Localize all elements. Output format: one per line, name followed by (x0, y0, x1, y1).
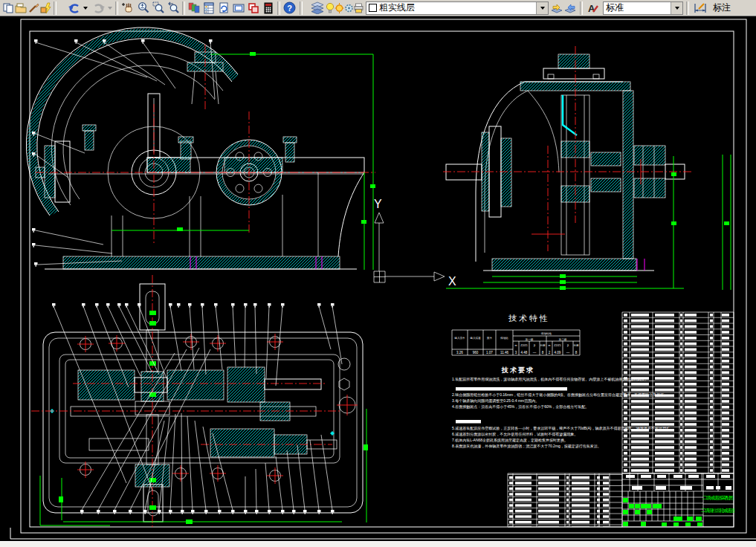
copy-icon[interactable] (1, 1, 14, 16)
dim-toolbar-label: 标注 (713, 1, 731, 14)
layer-on-off-bulb-icon[interactable] (325, 1, 335, 16)
quick-select-icon[interactable] (39, 1, 52, 16)
svg-text:3.26: 3.26 (456, 351, 463, 355)
toolbar-separator (686, 1, 689, 15)
svg-text:8.表面涂灰色油漆，外伸轴及零件涂油防锈；清洁度不大于70.: 8.表面涂灰色油漆，外伸轴及零件涂油防锈；清洁度不大于70.2mg，按规定进行包… (452, 444, 601, 449)
svg-text:4.09: 4.09 (555, 351, 561, 355)
svg-text:第一级: 第一级 (526, 338, 534, 341)
title-block-project: 二级减速器装配图 (702, 495, 734, 501)
ucs-icon: X Y (374, 198, 456, 288)
svg-text:?: ? (287, 4, 292, 13)
redo-icon[interactable] (91, 1, 106, 16)
tech-char-title: 技术特性 (508, 314, 550, 323)
svg-text:效率: 效率 (487, 336, 493, 340)
layout-icon[interactable] (216, 1, 231, 16)
svg-text:11.46: 11.46 (500, 351, 508, 355)
svg-text:Z2/Z1: Z2/Z1 (520, 344, 527, 347)
toolbar-separator (580, 1, 583, 15)
style-dropdown[interactable]: 标准 (603, 1, 683, 15)
svg-text:6.减速器剖分面涂以密封胶，不允许使用任何填料，试验时不得有: 6.减速器剖分面涂以密封胶，不允许使用任何填料，试验时不得有渗漏现象。 (452, 432, 578, 437)
help-icon[interactable]: ? (282, 1, 297, 16)
tech-char-table: 技术特性 输入功率 输入转速 效率 传动比 传动特性 第一级 第二级 m Z2/… (452, 314, 580, 355)
svg-text:A: A (588, 3, 595, 14)
redo-dropdown-icon[interactable] (106, 1, 114, 16)
make-layer-current-icon[interactable] (550, 1, 563, 16)
zoom-window-icon[interactable] (151, 1, 166, 16)
ucs-y-label: Y (374, 198, 382, 210)
open-icon[interactable] (14, 1, 27, 16)
toolbar-separator (182, 1, 185, 15)
leader-lines (54, 306, 342, 510)
front-view (26, 27, 375, 270)
layer-freeze-sun-icon[interactable] (335, 1, 344, 16)
zoom-realtime-icon[interactable] (136, 1, 151, 16)
top-view (31, 275, 368, 528)
svg-text:精度: 精度 (573, 343, 579, 347)
svg-text:β: β (567, 344, 569, 347)
svg-text:β: β (534, 344, 535, 347)
command-line-strip[interactable] (0, 541, 756, 547)
style-dropdown-value: 标准 (606, 1, 624, 14)
title-block: 二级减速器装配图 二级圆柱齿轮减速器 (622, 473, 736, 527)
bom-table (622, 312, 734, 473)
svg-text:1.装配前所有零件用煤油清洗，滚动轴承用汽油清洗，机体内不得: 1.装配前所有零件用煤油清洗，滚动轴承用汽油清洗，机体内不得有任何杂物存留。内壁… (452, 377, 648, 382)
toolbar: ? 粗实线层 A 标准 标注 (0, 0, 756, 16)
svg-text:960: 960 (473, 351, 479, 355)
toolbar-separator (300, 1, 303, 15)
svg-text:—: — (566, 351, 570, 355)
drawing-canvas[interactable]: X Y (0, 17, 756, 541)
svg-text:传动特性: 传动特性 (541, 332, 552, 335)
text-style-icon[interactable]: A (586, 1, 601, 16)
svg-text:7.机体内装L-AN68全损耗系统用油至规定高度，定期检查并: 7.机体内装L-AN68全损耗系统用油至规定高度，定期检查并按时更换。 (452, 438, 568, 443)
svg-text:Z2/Z1: Z2/Z1 (554, 344, 560, 347)
tech-req-title: 技术要求 (501, 366, 534, 374)
viewport-icon[interactable] (231, 1, 246, 16)
svg-text:第二级: 第二级 (559, 338, 567, 341)
drawing-svg[interactable]: X Y (0, 17, 756, 541)
svg-text:输入功率: 输入功率 (454, 336, 465, 340)
layer-lock-gear-icon[interactable] (344, 1, 354, 16)
dim-style-icon[interactable] (692, 1, 710, 16)
toolbar-separator (54, 1, 56, 15)
layer-previous-icon[interactable] (563, 1, 577, 16)
zoom-previous-icon[interactable] (166, 1, 181, 16)
style-dropdown-arrow[interactable] (671, 2, 682, 14)
svg-text:—: — (533, 351, 537, 355)
layer-color-swatch (369, 4, 377, 12)
svg-text:1.07: 1.07 (486, 351, 493, 355)
match-properties-icon[interactable] (27, 1, 39, 16)
layers-icon[interactable] (310, 1, 325, 16)
svg-text:输入转速: 输入转速 (470, 337, 481, 340)
svg-text:4.齿面接触斑点：沿齿高不得小于45%，沿齿长不得小于60%: 4.齿面接触斑点：沿齿高不得小于45%，沿齿长不得小于60%，全部合格方可装配。 (452, 404, 589, 410)
svg-text:2: 2 (549, 351, 551, 355)
calculator-icon[interactable] (261, 1, 276, 16)
bom-table-lower (508, 473, 622, 527)
svg-text:3.每个轴承轴向间隙均需调整至0.25-0.4 mm范围内。: 3.每个轴承轴向间隙均需调整至0.25-0.4 mm范围内。 (452, 398, 539, 404)
pan-hand-icon[interactable] (121, 1, 136, 16)
part-balloons (52, 303, 335, 514)
svg-text:精度: 精度 (540, 343, 546, 347)
svg-text:3: 3 (515, 351, 517, 355)
toolbar-separator (277, 1, 280, 15)
svg-text:m: m (515, 344, 517, 347)
svg-text:m: m (549, 344, 551, 347)
svg-text:4.48: 4.48 (521, 351, 528, 355)
ucs-x-label: X (448, 275, 456, 288)
xref-icon[interactable] (246, 1, 261, 16)
title-block-drawing-title: 二级圆柱齿轮减速器 (701, 508, 736, 514)
svg-text:8: 8 (542, 351, 544, 355)
layer-dropdown-arrow[interactable] (536, 2, 548, 14)
undo-dropdown-icon[interactable] (82, 1, 89, 16)
cad-application-window: ? 粗实线层 A 标准 标注 (0, 0, 756, 547)
title-block-green-fields (623, 498, 702, 526)
highlighted-req-line (456, 420, 481, 424)
svg-text:传动比: 传动比 (500, 337, 508, 340)
properties-icon[interactable] (187, 1, 201, 16)
highlighted-req-line (456, 387, 567, 391)
layer-plot-icon[interactable] (354, 1, 364, 16)
layer-manager-icon[interactable] (201, 1, 216, 16)
undo-icon[interactable] (67, 1, 82, 16)
layer-dropdown[interactable]: 粗实线层 (366, 1, 549, 15)
svg-text:8: 8 (575, 351, 578, 355)
side-view (443, 46, 731, 290)
